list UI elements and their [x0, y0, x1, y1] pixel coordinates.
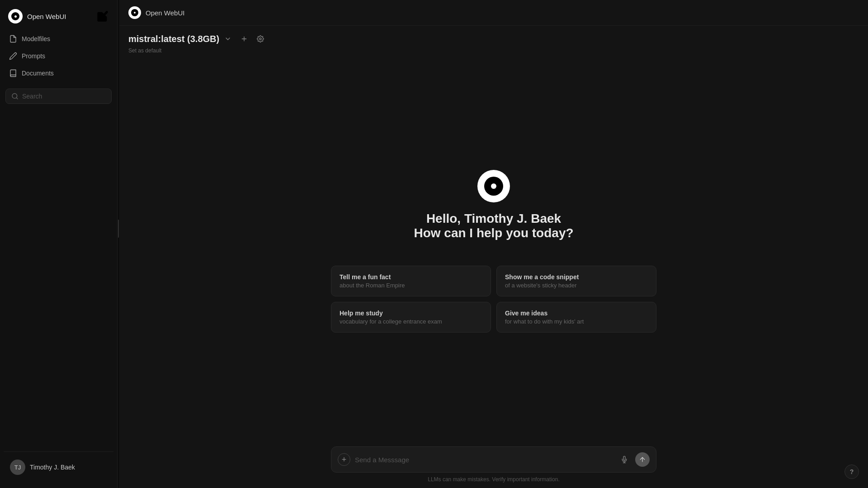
topbar-logo-dot — [134, 12, 136, 14]
sidebar-footer: TJ Timothy J. Baek — [4, 451, 113, 483]
welcome-subtext: How can I help you today? — [414, 226, 573, 240]
suggestion-sub-1: of a website's sticky header — [505, 282, 648, 289]
modelfiles-label: Modelfiles — [22, 35, 50, 42]
input-actions — [617, 452, 650, 467]
model-dropdown-button[interactable] — [221, 32, 235, 46]
welcome-greeting: Hello, Timothy J. Baek — [414, 211, 573, 226]
sidebar-nav: Modelfiles Prompts Documents — [4, 31, 113, 81]
avatar-initials: TJ — [14, 464, 21, 471]
model-name: mistral:latest (3.8GB) — [128, 34, 219, 44]
sidebar-logo-area: Open WebUI — [8, 9, 66, 23]
suggestion-sub-2: vocabulary for a college entrance exam — [340, 318, 482, 325]
suggestion-card-2[interactable]: Help me study vocabulary for a college e… — [331, 302, 491, 333]
gear-icon — [257, 35, 264, 42]
suggestion-title-2: Help me study — [340, 310, 482, 317]
model-add-button[interactable] — [237, 32, 251, 46]
suggestion-card-0[interactable]: Tell me a fun fact about the Roman Empir… — [331, 266, 491, 296]
file-icon — [9, 35, 17, 43]
suggestion-card-3[interactable]: Give me ideas for what to do with my kid… — [496, 302, 656, 333]
svg-point-4 — [259, 38, 261, 40]
logo-inner — [11, 12, 19, 20]
suggestion-card-1[interactable]: Show me a code snippet of a website's st… — [496, 266, 656, 296]
plus-icon — [241, 35, 248, 42]
model-controls — [221, 32, 267, 46]
app-logo — [8, 9, 23, 23]
chevron-down-icon — [224, 35, 231, 42]
topbar-title: Open WebUI — [146, 9, 184, 17]
attach-button[interactable]: + — [338, 453, 350, 466]
welcome-section: Hello, Timothy J. Baek How can I help yo… — [414, 170, 573, 240]
disclaimer-text: LLMs can make mistakes. Verify important… — [428, 476, 559, 483]
model-selector[interactable]: mistral:latest (3.8GB) — [128, 34, 219, 44]
search-box[interactable] — [5, 89, 112, 104]
chat-area: Hello, Timothy J. Baek How can I help yo… — [119, 56, 868, 446]
suggestions-grid: Tell me a fun fact about the Roman Empir… — [331, 266, 656, 333]
send-button[interactable] — [635, 452, 650, 467]
book-icon — [9, 69, 17, 77]
suggestion-sub-3: for what to do with my kids' art — [505, 318, 648, 325]
svg-line-1 — [16, 98, 18, 99]
model-row: mistral:latest (3.8GB) — [128, 32, 859, 46]
sidebar-item-documents[interactable]: Documents — [4, 65, 113, 81]
user-name: Timothy J. Baek — [30, 464, 75, 471]
send-icon — [639, 456, 646, 463]
suggestion-title-0: Tell me a fun fact — [340, 273, 482, 281]
input-area: + LLMs can m — [119, 446, 868, 488]
input-box: + — [331, 446, 656, 473]
top-bar: Open WebUI — [119, 0, 868, 26]
logo-dot — [14, 15, 17, 18]
welcome-text: Hello, Timothy J. Baek How can I help yo… — [414, 211, 573, 240]
documents-label: Documents — [22, 70, 54, 77]
set-default-link[interactable]: Set as default — [128, 46, 859, 56]
user-profile-item[interactable]: TJ Timothy J. Baek — [5, 455, 112, 479]
welcome-logo-dot — [491, 183, 496, 189]
topbar-logo-inner — [131, 9, 138, 16]
model-area: mistral:latest (3.8GB) — [119, 26, 868, 56]
avatar: TJ — [10, 460, 25, 475]
search-container — [4, 87, 113, 108]
welcome-logo-inner — [484, 177, 503, 196]
microphone-button[interactable] — [617, 452, 632, 467]
prompts-label: Prompts — [22, 52, 45, 60]
sidebar-header: Open WebUI — [4, 5, 113, 27]
edit-icon — [96, 10, 109, 23]
sidebar-item-prompts[interactable]: Prompts — [4, 48, 113, 64]
topbar-logo — [128, 6, 141, 19]
search-input[interactable] — [22, 93, 106, 100]
sidebar-app-title: Open WebUI — [27, 13, 66, 20]
suggestion-title-1: Show me a code snippet — [505, 273, 648, 281]
microphone-icon — [621, 456, 628, 463]
pencil-icon — [9, 52, 17, 60]
message-input[interactable] — [355, 456, 613, 464]
suggestion-title-3: Give me ideas — [505, 310, 648, 317]
main-content: Open WebUI mistral:latest (3.8GB) — [119, 0, 868, 488]
model-settings-button[interactable] — [254, 32, 267, 46]
suggestion-sub-0: about the Roman Empire — [340, 282, 482, 289]
welcome-logo — [477, 170, 510, 202]
help-button[interactable]: ? — [844, 465, 859, 479]
sidebar-item-modelfiles[interactable]: Modelfiles — [4, 31, 113, 47]
new-chat-icon-btn[interactable] — [96, 10, 109, 23]
search-icon — [11, 93, 19, 100]
sidebar: Open WebUI Modelfiles Prompts — [0, 0, 118, 488]
